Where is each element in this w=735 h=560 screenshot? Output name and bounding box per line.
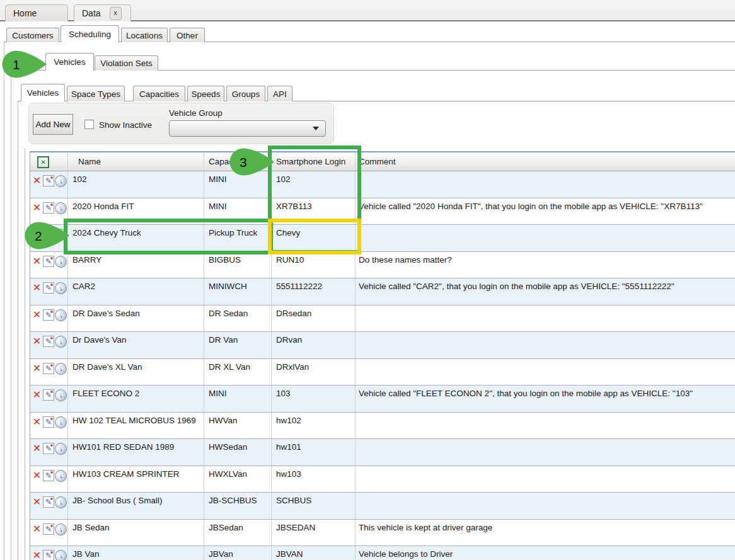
edit-row-icon[interactable]: ✎ bbox=[43, 336, 54, 347]
history-row-icon[interactable]: ↓ bbox=[53, 200, 68, 215]
edit-row-icon[interactable]: ✎ bbox=[43, 175, 54, 186]
history-row-icon[interactable]: ↓ bbox=[53, 307, 68, 323]
delete-row-icon[interactable]: ✕ bbox=[32, 496, 42, 507]
delete-row-icon[interactable]: ✕ bbox=[32, 389, 42, 400]
edit-row-icon[interactable]: ✎ bbox=[43, 496, 54, 508]
table-row[interactable]: ✕✎↓HW103 CREAM SPRINTERHWXLVanhw103 bbox=[30, 466, 735, 493]
edit-row-icon[interactable]: ✎ bbox=[43, 202, 54, 214]
delete-row-icon[interactable]: ✕ bbox=[32, 256, 42, 266]
cell-name: JB- School Bus ( Small) bbox=[68, 493, 204, 519]
tab-vehicles[interactable]: Vehicles bbox=[45, 53, 94, 71]
history-row-icon[interactable]: ↓ bbox=[53, 334, 68, 349]
delete-row-icon[interactable]: ✕ bbox=[32, 523, 42, 534]
history-row-icon[interactable]: ↓ bbox=[53, 254, 68, 269]
table-header-export: ✕ bbox=[30, 152, 68, 171]
cell-comment bbox=[356, 332, 735, 358]
history-row-icon[interactable]: ↓ bbox=[53, 280, 68, 295]
edit-row-icon[interactable]: ✎ bbox=[43, 309, 54, 321]
history-row-icon[interactable]: ↓ bbox=[53, 522, 68, 537]
edit-row-icon[interactable]: ✎ bbox=[43, 282, 54, 294]
tab-groups[interactable]: Groups bbox=[226, 86, 265, 101]
tab-space-types[interactable]: Space Types bbox=[67, 86, 125, 101]
cell-smartphone-login: DRvan bbox=[272, 332, 356, 358]
table-row[interactable]: ✕✎↓JB VanJBVanJBVANVehicle belongs to Dr… bbox=[30, 546, 735, 560]
tab-other[interactable]: Other bbox=[170, 28, 205, 42]
cell-smartphone-login: hw102 bbox=[272, 413, 356, 439]
vehicle-group-dropdown[interactable] bbox=[169, 120, 326, 137]
delete-row-icon[interactable]: ✕ bbox=[32, 416, 42, 427]
history-row-icon[interactable]: ↓ bbox=[53, 173, 68, 188]
table-row[interactable]: ✕✎↓DR Dave's SedanDR SedanDRsedan bbox=[30, 306, 735, 333]
annotation-balloon-3: 3 bbox=[229, 147, 275, 176]
tab-locations[interactable]: Locations bbox=[121, 28, 168, 42]
row-actions: ✕✎↓ bbox=[30, 359, 68, 386]
delete-row-icon[interactable]: ✕ bbox=[32, 175, 42, 186]
table-row[interactable]: ✕✎↓JB SedanJBSedanJBSEDANThis vehicle is… bbox=[30, 520, 735, 547]
cell-name: JB Sedan bbox=[68, 520, 204, 546]
delete-row-icon[interactable]: ✕ bbox=[32, 202, 42, 213]
cell-name: DR Dave's XL Van bbox=[68, 359, 204, 386]
add-new-button[interactable]: Add New bbox=[33, 114, 73, 135]
edit-row-icon[interactable]: ✎ bbox=[43, 523, 54, 535]
history-row-icon[interactable]: ↓ bbox=[53, 494, 68, 510]
tab-capacities[interactable]: Capacities bbox=[133, 86, 185, 101]
cell-comment bbox=[356, 306, 735, 332]
tab-violation-sets[interactable]: Violation Sets bbox=[95, 55, 158, 71]
annotation-balloon-2: 2 bbox=[24, 221, 71, 250]
table-row[interactable]: ✕✎↓Dr Dave's VanDR VanDRvan bbox=[30, 332, 735, 359]
history-row-icon[interactable]: ↓ bbox=[53, 468, 68, 483]
table-row[interactable]: ✕✎↓JB- School Bus ( Small)JB-SCHBUSSCHBU… bbox=[30, 493, 735, 520]
delete-row-icon[interactable]: ✕ bbox=[32, 282, 42, 293]
cell-comment bbox=[356, 413, 735, 439]
edit-row-icon[interactable]: ✎ bbox=[43, 389, 54, 401]
tab-scheduling[interactable]: Scheduling bbox=[61, 25, 119, 42]
row-actions: ✕✎↓ bbox=[30, 252, 68, 278]
table-row[interactable]: ✕✎↓CAR2MINIWCH5551112222Vehicle called "… bbox=[30, 278, 735, 306]
window-tab-home[interactable]: Home bbox=[5, 4, 68, 21]
cell-name: 102 bbox=[68, 171, 204, 198]
column-header-comment[interactable]: Comment bbox=[356, 152, 735, 171]
cell-capacity-type: HWVan bbox=[204, 413, 272, 439]
show-inactive-label: Show Inactive bbox=[99, 120, 152, 130]
row-actions: ✕✎↓ bbox=[30, 413, 68, 439]
tab-customers[interactable]: Customers bbox=[6, 28, 59, 42]
table-row[interactable]: ✕✎↓DR Dave's XL VanDR XL VanDRxlVan bbox=[30, 359, 735, 386]
cell-comment bbox=[356, 439, 735, 466]
edit-row-icon[interactable]: ✎ bbox=[43, 470, 54, 481]
table-row[interactable]: ✕✎↓HW101 RED SEDAN 1989HWSedanhw101 bbox=[30, 439, 735, 466]
tab-api[interactable]: API bbox=[267, 86, 292, 101]
cell-capacity-type: DR Sedan bbox=[204, 306, 272, 332]
table-row[interactable]: ✕✎↓102MINI102 bbox=[30, 171, 735, 198]
edit-row-icon[interactable]: ✎ bbox=[43, 443, 54, 454]
cell-smartphone-login: SCHBUS bbox=[272, 493, 356, 519]
history-row-icon[interactable]: ↓ bbox=[53, 548, 68, 560]
history-row-icon[interactable]: ↓ bbox=[53, 441, 68, 456]
delete-row-icon[interactable]: ✕ bbox=[32, 309, 42, 320]
excel-export-icon[interactable]: ✕ bbox=[37, 156, 49, 168]
window-tab-data[interactable]: Data x bbox=[74, 4, 131, 21]
edit-row-icon[interactable]: ✎ bbox=[43, 550, 54, 560]
history-row-icon[interactable]: ↓ bbox=[53, 361, 68, 376]
close-tab-icon[interactable]: x bbox=[110, 7, 122, 20]
table-row[interactable]: ✕✎↓HW 102 TEAL MICROBUS 1969HWVanhw102 bbox=[30, 413, 735, 440]
edit-row-icon[interactable]: ✎ bbox=[43, 256, 54, 267]
column-header-name[interactable]: Name bbox=[68, 152, 204, 171]
cell-capacity-type: DR XL Van bbox=[204, 359, 272, 386]
table-row[interactable]: ✕✎↓BARRYBIGBUSRUN10Do these names matter… bbox=[30, 252, 735, 279]
cell-capacity-type: JB-SCHBUS bbox=[204, 493, 272, 519]
table-row[interactable]: ✕✎↓FLEET ECONO 2MINI103Vehicle called "F… bbox=[30, 386, 735, 413]
tab-speeds[interactable]: Speeds bbox=[187, 86, 224, 101]
cell-comment bbox=[356, 359, 735, 386]
delete-row-icon[interactable]: ✕ bbox=[32, 550, 42, 560]
tab-vehicles[interactable]: Vehicles bbox=[21, 84, 65, 101]
delete-row-icon[interactable]: ✕ bbox=[32, 443, 42, 454]
delete-row-icon[interactable]: ✕ bbox=[32, 470, 42, 481]
history-row-icon[interactable]: ↓ bbox=[53, 387, 68, 403]
edit-row-icon[interactable]: ✎ bbox=[43, 416, 54, 428]
cell-name: JB Van bbox=[68, 546, 204, 560]
delete-row-icon[interactable]: ✕ bbox=[32, 336, 42, 346]
delete-row-icon[interactable]: ✕ bbox=[32, 363, 42, 374]
show-inactive-checkbox[interactable] bbox=[84, 120, 94, 129]
edit-row-icon[interactable]: ✎ bbox=[43, 363, 54, 374]
history-row-icon[interactable]: ↓ bbox=[53, 414, 68, 430]
